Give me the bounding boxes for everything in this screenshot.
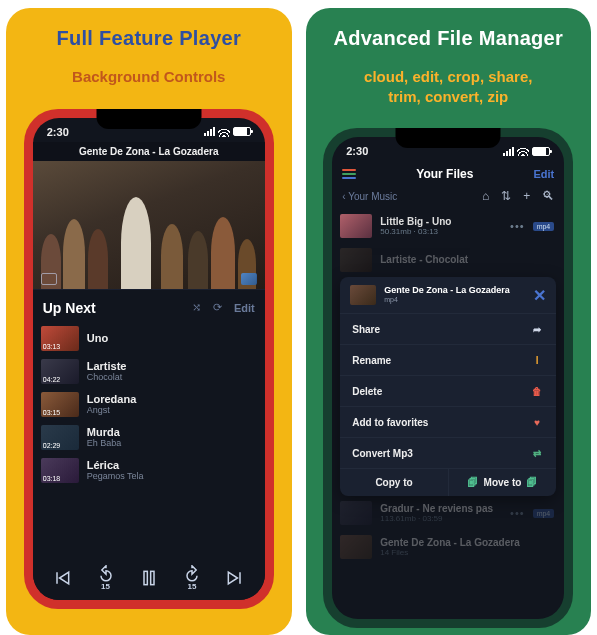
copy-icon: 🗐 <box>527 477 537 488</box>
skip-back-button[interactable]: 15 <box>96 565 116 591</box>
svg-rect-1 <box>150 571 153 584</box>
queue-item[interactable]: 03:18 LéricaPegamos Tela <box>39 454 259 487</box>
file-row[interactable]: Little Big - Uno50.31mb · 03:13 ••• mp4 <box>332 209 564 243</box>
file-subtitle: 50.31mb · 03:13 <box>380 227 502 236</box>
file-thumbnail <box>340 214 372 238</box>
convert-icon: ⇄ <box>530 446 544 460</box>
section-title: Up Next <box>43 300 96 316</box>
track-thumbnail: 02:29 <box>41 425 79 450</box>
trash-icon: 🗑 <box>530 384 544 398</box>
file-subtitle: 14 Files <box>380 548 556 557</box>
format-badge: mp4 <box>533 222 555 231</box>
promo-panel-player: Full Feature Player Background Controls … <box>6 8 292 635</box>
battery-icon <box>532 147 550 156</box>
prev-track-button[interactable] <box>52 568 72 588</box>
status-time: 2:30 <box>346 145 368 157</box>
file-title: Gradur - Ne reviens pas <box>380 503 502 515</box>
search-icon[interactable]: 🔍︎ <box>542 189 554 203</box>
next-track-button[interactable] <box>225 568 245 588</box>
promo-panel-filemanager: Advanced File Manager cloud, edit, crop,… <box>306 8 592 635</box>
sheet-thumbnail <box>350 285 376 305</box>
skip-forward-button[interactable]: 15 <box>182 565 202 591</box>
sheet-header: Gente De Zona - La Gozaderamp4 ✕ <box>340 277 556 313</box>
sheet-action-favorite[interactable]: Add to favorites♥ <box>340 406 556 437</box>
phone-screen-files: 2:30 Your Files Edit ‹ Your Music ⌂ ⇅ + <box>332 137 564 619</box>
queue-item[interactable]: 02:29 MurdaEh Baba <box>39 421 259 454</box>
sheet-subtitle: mp4 <box>384 296 525 304</box>
file-row[interactable]: Gente De Zona - La Gozadera14 Files <box>332 530 564 564</box>
file-row[interactable]: Lartiste - Chocolat <box>332 243 564 277</box>
signal-icon <box>503 147 514 156</box>
queue-item[interactable]: 03:13 Uno <box>39 322 259 355</box>
move-icon: 🗐 <box>468 477 478 488</box>
queue-item[interactable]: 03:15 LoredanaAngst <box>39 388 259 421</box>
shuffle-icon[interactable]: ⤭ <box>192 301 201 314</box>
phone-notch <box>396 128 501 148</box>
wifi-icon <box>517 146 529 156</box>
now-playing-title: Gente De Zona - La Gozadera <box>33 142 265 161</box>
edit-button[interactable]: Edit <box>533 168 554 180</box>
sheet-action-copy[interactable]: Copy to <box>340 469 449 496</box>
video-player[interactable] <box>33 161 265 289</box>
track-title: Murda <box>87 426 122 439</box>
panel-title: Advanced File Manager <box>333 26 563 51</box>
status-indicators <box>204 127 251 137</box>
file-thumbnail <box>340 248 372 272</box>
track-thumbnail: 03:15 <box>41 392 79 417</box>
up-next-header: Up Next ⤭ ⟳ Edit <box>33 289 265 322</box>
panel-subtitle: Background Controls <box>72 67 225 87</box>
sheet-action-share[interactable]: Share➦ <box>340 313 556 344</box>
queue-item[interactable]: 04:22 LartisteChocolat <box>39 355 259 388</box>
repeat-icon[interactable]: ⟳ <box>213 301 222 314</box>
edit-button[interactable]: Edit <box>234 302 255 314</box>
close-icon[interactable]: ✕ <box>533 286 546 305</box>
heart-icon: ♥ <box>530 415 544 429</box>
signal-icon <box>204 127 215 136</box>
playback-controls: 15 15 <box>33 556 265 600</box>
breadcrumb-back[interactable]: ‹ Your Music <box>342 191 397 202</box>
track-thumbnail: 03:13 <box>41 326 79 351</box>
queue-list: 03:13 Uno 04:22 LartisteChocolat 03:15 L… <box>33 322 265 487</box>
action-sheet: Gente De Zona - La Gozaderamp4 ✕ Share➦ … <box>340 277 556 496</box>
track-subtitle: Chocolat <box>87 372 127 382</box>
sort-icon[interactable]: ⇅ <box>501 189 511 203</box>
cast-icon[interactable] <box>241 273 257 285</box>
sheet-action-delete[interactable]: Delete🗑 <box>340 375 556 406</box>
track-title: Uno <box>87 332 108 345</box>
file-title: Gente De Zona - La Gozadera <box>380 537 556 549</box>
sheet-action-rename[interactable]: RenameI <box>340 344 556 375</box>
file-thumbnail <box>340 535 372 559</box>
sheet-title: Gente De Zona - La Gozadera <box>384 286 525 296</box>
fullscreen-icon[interactable] <box>41 273 57 285</box>
track-thumbnail: 04:22 <box>41 359 79 384</box>
phone-notch <box>96 109 201 129</box>
wifi-icon <box>218 127 230 137</box>
track-title: Lérica <box>87 459 144 472</box>
sheet-action-convert[interactable]: Convert Mp3⇄ <box>340 437 556 468</box>
breadcrumb-bar: ‹ Your Music ⌂ ⇅ + 🔍︎ <box>332 187 564 209</box>
menu-icon[interactable] <box>342 169 356 179</box>
panel-subtitle: cloud, edit, crop, share, trim, convert,… <box>364 67 532 106</box>
screen-title: Your Files <box>416 167 473 181</box>
status-time: 2:30 <box>47 126 69 138</box>
sheet-action-move[interactable]: 🗐Move to🗐 <box>449 469 557 496</box>
track-subtitle: Eh Baba <box>87 438 122 448</box>
file-thumbnail <box>340 501 372 525</box>
status-indicators <box>503 146 550 156</box>
pause-button[interactable] <box>139 568 159 588</box>
home-icon[interactable]: ⌂ <box>482 189 489 203</box>
more-icon[interactable]: ••• <box>510 220 525 232</box>
add-icon[interactable]: + <box>523 189 530 203</box>
more-icon[interactable]: ••• <box>510 507 525 519</box>
phone-frame: 2:30 Your Files Edit ‹ Your Music ⌂ ⇅ + <box>323 128 573 628</box>
file-row[interactable]: Gradur - Ne reviens pas113.61mb · 03:59 … <box>332 496 564 530</box>
file-subtitle: 113.61mb · 03:59 <box>380 514 502 523</box>
track-thumbnail: 03:18 <box>41 458 79 483</box>
track-title: Loredana <box>87 393 137 406</box>
format-badge: mp4 <box>533 509 555 518</box>
track-subtitle: Pegamos Tela <box>87 471 144 481</box>
track-subtitle: Angst <box>87 405 137 415</box>
rename-icon: I <box>530 353 544 367</box>
panel-title: Full Feature Player <box>56 26 241 51</box>
phone-frame: 2:30 Gente De Zona - La Gozadera Up <box>24 109 274 609</box>
